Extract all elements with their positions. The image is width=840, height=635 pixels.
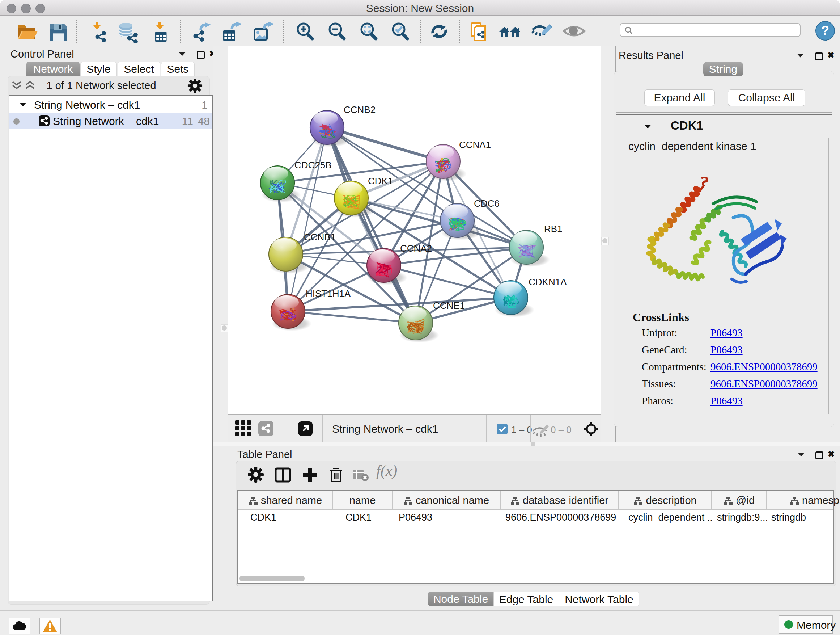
svg-text:?: ? <box>821 23 829 38</box>
svg-text:CCNE1: CCNE1 <box>433 300 465 311</box>
svg-text:CDK1: CDK1 <box>368 176 393 187</box>
svg-text:CCNA1: CCNA1 <box>459 139 491 150</box>
svg-text:CCNB1: CCNB1 <box>304 232 336 242</box>
svg-text:HIST1H1A: HIST1H1A <box>306 288 351 299</box>
svg-text:CCNB2: CCNB2 <box>344 104 376 115</box>
svg-text:CCNA2: CCNA2 <box>400 243 432 254</box>
svg-text:RB1: RB1 <box>544 223 562 234</box>
svg-text:CDC6: CDC6 <box>474 198 500 209</box>
svg-text:CDKN1A: CDKN1A <box>529 277 567 287</box>
svg-text:CDC25B: CDC25B <box>294 160 332 171</box>
